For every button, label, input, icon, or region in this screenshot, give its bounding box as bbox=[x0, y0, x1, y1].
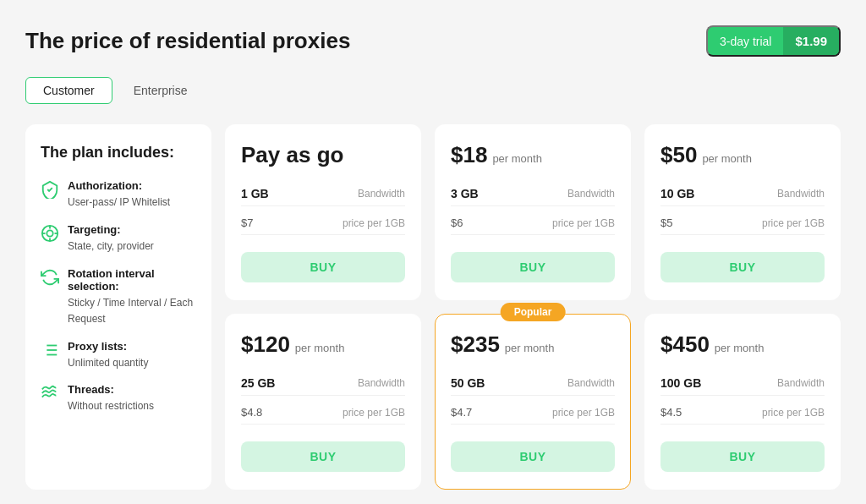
plan-period: per month bbox=[492, 152, 542, 165]
buy-button-235[interactable]: BUY bbox=[451, 441, 615, 472]
plan-card-450: $450 per month 100 GB Bandwidth $4.5 pri… bbox=[644, 314, 841, 490]
tab-enterprise[interactable]: Enterprise bbox=[116, 77, 206, 104]
popular-badge: Popular bbox=[501, 303, 566, 321]
plan-price: $235 bbox=[451, 331, 500, 358]
tabs-row: Customer Enterprise bbox=[25, 77, 841, 104]
buy-button-pay-as-go[interactable]: BUY bbox=[241, 252, 405, 282]
plan-period: per month bbox=[702, 152, 752, 165]
trial-label: 3-day trial bbox=[708, 28, 783, 55]
price-per-gb: $4.8 bbox=[241, 406, 262, 419]
price-per-gb-label: price per 1GB bbox=[343, 407, 405, 419]
page-title: The price of residential proxies bbox=[25, 28, 350, 54]
price-per-gb-label: price per 1GB bbox=[343, 217, 405, 229]
feature-threads: Threads: Without restrictions bbox=[41, 383, 196, 414]
price-per-gb-label: price per 1GB bbox=[762, 407, 825, 419]
trial-price: $1.99 bbox=[783, 27, 839, 55]
features-title: The plan includes: bbox=[41, 143, 196, 162]
list-icon bbox=[41, 341, 59, 359]
price-per-gb: $6 bbox=[451, 216, 463, 229]
plan-period: per month bbox=[715, 342, 765, 354]
feature-authorization: Authorization: User-pass/ IP Whitelist bbox=[41, 179, 196, 210]
svg-point-1 bbox=[47, 231, 52, 237]
bandwidth-value: 50 GB bbox=[451, 376, 485, 390]
waves-icon bbox=[41, 384, 59, 403]
target-icon bbox=[41, 224, 59, 243]
price-per-gb-label: price per 1GB bbox=[552, 217, 615, 229]
bandwidth-value: 100 GB bbox=[660, 376, 701, 390]
price-per-gb: $7 bbox=[241, 216, 253, 229]
tab-customer[interactable]: Customer bbox=[25, 77, 112, 104]
buy-button-50[interactable]: BUY bbox=[660, 252, 825, 282]
main-grid: The plan includes: Authorization: User-p… bbox=[25, 124, 841, 490]
feature-proxy-lists: Proxy lists: Unlimited quantity bbox=[41, 340, 196, 370]
bandwidth-value: 3 GB bbox=[451, 187, 479, 200]
rotate-icon bbox=[41, 268, 59, 287]
plan-period: per month bbox=[505, 342, 555, 354]
plan-card-235: Popular $235 per month 50 GB Bandwidth $… bbox=[435, 314, 631, 490]
header-row: The price of residential proxies 3-day t… bbox=[25, 25, 841, 57]
bandwidth-label: Bandwidth bbox=[777, 377, 825, 389]
plan-price: $120 bbox=[241, 331, 290, 358]
bandwidth-value: 25 GB bbox=[241, 376, 275, 390]
plan-price: Pay as go bbox=[241, 142, 343, 168]
plan-price: $450 bbox=[660, 331, 710, 358]
trial-button[interactable]: 3-day trial $1.99 bbox=[706, 25, 841, 57]
buy-button-450[interactable]: BUY bbox=[660, 441, 825, 472]
price-per-gb: $4.7 bbox=[451, 406, 472, 419]
feature-targeting: Targeting: State, city, provider bbox=[41, 223, 196, 254]
price-per-gb: $4.5 bbox=[660, 406, 682, 419]
plan-card-50: $50 per month 10 GB Bandwidth $5 price p… bbox=[644, 124, 841, 300]
plan-card-18: $18 per month 3 GB Bandwidth $6 price pe… bbox=[435, 124, 631, 300]
bandwidth-value: 1 GB bbox=[241, 187, 269, 200]
bandwidth-label: Bandwidth bbox=[567, 188, 615, 200]
plan-price: $50 bbox=[660, 142, 697, 168]
plan-price: $18 bbox=[451, 142, 487, 168]
price-per-gb: $5 bbox=[660, 216, 672, 229]
features-card: The plan includes: Authorization: User-p… bbox=[25, 124, 211, 490]
shield-icon bbox=[41, 180, 59, 199]
bandwidth-label: Bandwidth bbox=[358, 188, 405, 200]
feature-rotation: Rotation interval selection: Sticky / Ti… bbox=[41, 267, 196, 326]
price-per-gb-label: price per 1GB bbox=[762, 217, 825, 229]
plan-card-120: $120 per month 25 GB Bandwidth $4.8 pric… bbox=[225, 314, 421, 490]
page-container: The price of residential proxies 3-day t… bbox=[25, 25, 841, 490]
plan-period: per month bbox=[295, 342, 345, 354]
plan-card-pay-as-go: Pay as go 1 GB Bandwidth $7 price per 1G… bbox=[225, 124, 421, 300]
bandwidth-label: Bandwidth bbox=[358, 377, 405, 389]
bandwidth-label: Bandwidth bbox=[777, 188, 825, 200]
bandwidth-label: Bandwidth bbox=[567, 377, 615, 389]
buy-button-120[interactable]: BUY bbox=[241, 441, 405, 472]
bandwidth-value: 10 GB bbox=[660, 187, 694, 200]
price-per-gb-label: price per 1GB bbox=[552, 407, 615, 419]
buy-button-18[interactable]: BUY bbox=[451, 252, 615, 282]
